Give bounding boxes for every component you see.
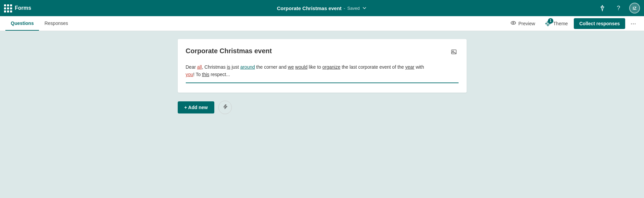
desc-comma-christmas: , Christmas — [202, 64, 227, 70]
more-icon: ··· — [631, 20, 636, 27]
theme-badge: 1 — [548, 18, 553, 24]
app-grid-icon[interactable] — [4, 4, 11, 12]
desc-corner: the corner and — [255, 64, 288, 70]
form-card: Corporate Christmas event Dear all, Chri… — [178, 39, 467, 93]
desc-just: just — [230, 64, 241, 70]
sub-nav-actions: Preview 1 Theme Collect responses ··· — [507, 18, 639, 29]
form-title: Corporate Christmas event — [186, 47, 272, 55]
title-dropdown-chevron[interactable] — [362, 5, 367, 11]
svg-point-0 — [511, 22, 516, 25]
document-title: Corporate Christmas event — [277, 5, 342, 11]
more-options-button[interactable]: ··· — [628, 18, 639, 29]
lightning-icon — [222, 104, 228, 111]
add-new-button[interactable]: + Add new — [178, 101, 215, 113]
svg-point-4 — [548, 25, 548, 26]
desc-with: with — [415, 64, 424, 70]
desc-we: we — [288, 64, 294, 70]
svg-point-5 — [546, 23, 546, 24]
top-bar: Forms Corporate Christmas event - Saved … — [0, 0, 644, 16]
theme-button[interactable]: 1 Theme — [541, 18, 571, 29]
form-card-header: Corporate Christmas event — [186, 47, 459, 58]
desc-is: is — [227, 64, 230, 70]
diamond-icon-button[interactable] — [597, 3, 608, 13]
top-bar-left: Forms — [4, 4, 31, 12]
desc-respect: respect... — [209, 72, 230, 77]
help-icon: ? — [617, 5, 620, 12]
desc-around: around — [240, 64, 255, 70]
collect-responses-button[interactable]: Collect responses — [574, 18, 625, 29]
form-description: Dear all, Christmas is just around the c… — [186, 63, 459, 83]
top-bar-center: Corporate Christmas event - Saved — [277, 5, 367, 11]
title-separator: - — [344, 5, 345, 11]
top-bar-right: ? IZ — [597, 3, 640, 13]
add-new-row: + Add new — [178, 98, 467, 117]
preview-icon — [510, 20, 516, 27]
help-icon-button[interactable]: ? — [613, 3, 624, 13]
app-name: Forms — [15, 5, 31, 11]
tab-responses[interactable]: Responses — [39, 16, 73, 31]
tab-questions[interactable]: Questions — [5, 16, 39, 31]
add-new-label: + Add new — [184, 105, 208, 110]
ai-suggest-button[interactable] — [218, 101, 232, 114]
desc-dear: Dear — [186, 64, 197, 70]
theme-icon-wrap: 1 — [545, 20, 551, 27]
desc-all: all — [197, 64, 202, 70]
desc-to: ! To — [193, 72, 202, 77]
preview-button[interactable]: Preview — [507, 18, 539, 29]
form-container: Corporate Christmas event Dear all, Chri… — [178, 39, 467, 190]
desc-this: this — [202, 72, 209, 77]
sub-nav: Questions Responses Preview — [0, 16, 644, 31]
desc-like: like to — [307, 64, 322, 70]
desc-organize: organize — [323, 64, 341, 70]
main-content: Corporate Christmas event Dear all, Chri… — [0, 31, 644, 198]
desc-year: year — [405, 64, 414, 70]
saved-label: Saved — [347, 6, 360, 11]
svg-point-1 — [513, 22, 514, 24]
desc-last: the last corporate event of the — [340, 64, 405, 70]
user-avatar[interactable]: IZ — [629, 3, 640, 13]
desc-you: you — [186, 72, 194, 77]
edit-image-button[interactable] — [449, 47, 459, 58]
sub-nav-tabs: Questions Responses — [5, 16, 74, 31]
desc-would: would — [295, 64, 308, 70]
